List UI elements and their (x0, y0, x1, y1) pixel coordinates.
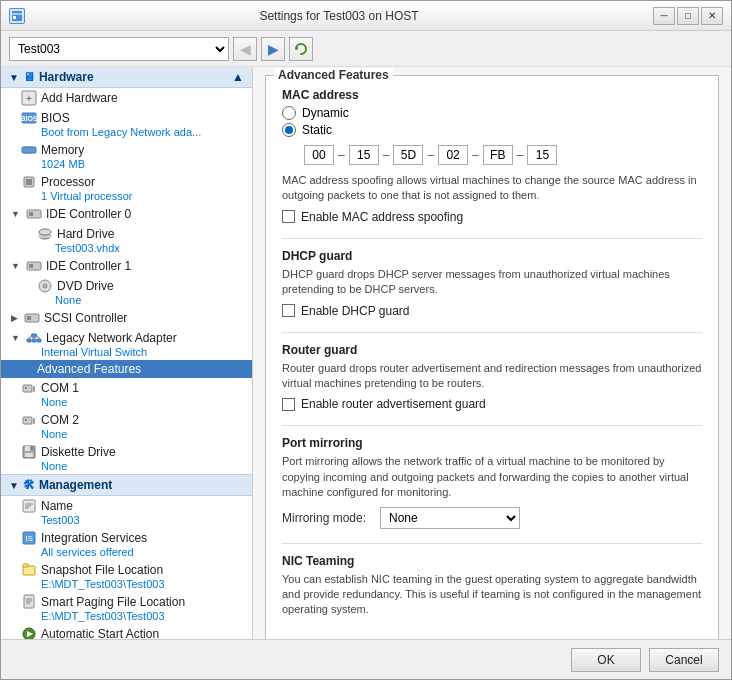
bottom-bar: OK Cancel (1, 639, 731, 679)
add-hardware-label: Add Hardware (41, 91, 118, 105)
sidebar-item-auto-start[interactable]: Automatic Start Action (1, 624, 252, 639)
svg-rect-28 (27, 339, 31, 342)
dhcp-guard-subsection: DHCP guard DHCP guard drops DHCP server … (282, 249, 702, 318)
hard-drive-label: Hard Drive (57, 227, 114, 241)
sidebar-item-com2[interactable]: COM 2 None (1, 410, 252, 442)
mac-octet-3[interactable] (393, 145, 423, 165)
snapshot-icon (21, 562, 37, 578)
sidebar-item-ide0[interactable]: ▼ IDE Controller 0 (1, 204, 252, 224)
mac-octet-4[interactable] (438, 145, 468, 165)
mac-octet-1[interactable] (304, 145, 334, 165)
svg-text:BIOS: BIOS (21, 115, 37, 122)
scsi-expand: ▶ (11, 313, 18, 323)
mac-octet-5[interactable] (483, 145, 513, 165)
expand-management-icon: ▼ (9, 480, 19, 491)
window-icon (9, 8, 25, 24)
sidebar-item-hard-drive[interactable]: Hard Drive Test003.vhdx (1, 224, 252, 256)
management-section-header[interactable]: ▼ 🛠 Management (1, 474, 252, 496)
ok-button[interactable]: OK (571, 648, 641, 672)
diskette-label: Diskette Drive (41, 445, 116, 459)
cancel-button[interactable]: Cancel (649, 648, 719, 672)
hard-drive-icon (37, 226, 53, 242)
sidebar-item-com1[interactable]: COM 1 None (1, 378, 252, 410)
svg-rect-8 (22, 147, 36, 153)
toolbar: Test003 ◀ ▶ (1, 31, 731, 67)
nav-back-button[interactable]: ◀ (233, 37, 257, 61)
nav-refresh-button[interactable] (289, 37, 313, 61)
legacy-network-sub: Internal Virtual Switch (21, 346, 244, 358)
hardware-icon: 🖥 (23, 70, 35, 84)
sidebar-item-memory[interactable]: Memory 1024 MB (1, 140, 252, 172)
sidebar-item-ide1[interactable]: ▼ IDE Controller 1 (1, 256, 252, 276)
dhcp-guard-checkbox[interactable] (282, 304, 295, 317)
svg-rect-30 (37, 339, 41, 342)
mac-octet-2[interactable] (349, 145, 379, 165)
bios-icon: BIOS (21, 110, 37, 126)
dynamic-radio[interactable] (282, 106, 296, 120)
scsi-label: SCSI Controller (44, 311, 127, 325)
auto-start-label: Automatic Start Action (41, 627, 159, 639)
router-guard-subsection: Router guard Router guard drops router a… (282, 343, 702, 412)
router-guard-row: Enable router advertisement guard (282, 397, 702, 411)
svg-rect-2 (13, 16, 16, 19)
svg-point-21 (39, 229, 51, 235)
sidebar-item-bios[interactable]: BIOS BIOS Boot from Legacy Network ada..… (1, 108, 252, 140)
router-guard-title: Router guard (282, 343, 702, 357)
dvd-sub: None (37, 294, 244, 306)
title-bar: Settings for Test003 on HOST ─ □ ✕ (1, 1, 731, 31)
main-window: Settings for Test003 on HOST ─ □ ✕ Test0… (0, 0, 732, 680)
management-icon: 🛠 (23, 478, 35, 492)
maximize-button[interactable]: □ (677, 7, 699, 25)
router-guard-checkbox[interactable] (282, 398, 295, 411)
svg-rect-58 (23, 564, 28, 567)
mac-spoofing-label: Enable MAC address spoofing (301, 210, 463, 224)
sidebar-item-diskette[interactable]: Diskette Drive None (1, 442, 252, 474)
sidebar-item-smart-paging[interactable]: Smart Paging File Location E:\MDT_Test00… (1, 592, 252, 624)
mac-sep-1: – (338, 148, 345, 162)
sidebar-item-snapshot[interactable]: Snapshot File Location E:\MDT_Test003\Te… (1, 560, 252, 592)
mac-sep-5: – (517, 148, 524, 162)
window-title: Settings for Test003 on HOST (25, 9, 653, 23)
dynamic-radio-row: Dynamic (282, 106, 702, 120)
minimize-button[interactable]: ─ (653, 7, 675, 25)
hardware-section-header[interactable]: ▼ 🖥 Hardware ▲ (1, 67, 252, 88)
sidebar-item-legacy-network[interactable]: ▼ Legac (1, 328, 252, 360)
smart-paging-label: Smart Paging File Location (41, 595, 185, 609)
sidebar-item-name[interactable]: Name Test003 (1, 496, 252, 528)
svg-rect-48 (25, 446, 30, 451)
static-radio-row: Static (282, 123, 702, 137)
sidebar-item-add-hardware[interactable]: + Add Hardware (1, 88, 252, 108)
svg-rect-37 (23, 385, 32, 392)
svg-rect-23 (29, 264, 33, 268)
ide0-icon (26, 206, 42, 222)
advanced-features-label: Advanced Features (37, 362, 141, 376)
mac-octet-6[interactable] (527, 145, 557, 165)
mirroring-mode-select[interactable]: None Source Destination (380, 507, 520, 529)
right-panel: Advanced Features MAC address Dynamic St… (253, 67, 731, 639)
sidebar-item-scsi[interactable]: ▶ SCSI Controller (1, 308, 252, 328)
mac-address-title: MAC address (282, 88, 702, 102)
ide1-icon (26, 258, 42, 274)
static-radio[interactable] (282, 123, 296, 137)
mac-spoofing-row: Enable MAC address spoofing (282, 210, 702, 224)
nic-teaming-title: NIC Teaming (282, 554, 702, 568)
close-button[interactable]: ✕ (701, 7, 723, 25)
name-icon (21, 498, 37, 514)
mirroring-mode-label: Mirroring mode: (282, 511, 372, 525)
sidebar: ▼ 🖥 Hardware ▲ + Add Hardware BIOS (1, 67, 253, 639)
sidebar-item-dvd[interactable]: DVD Drive None (1, 276, 252, 308)
static-label: Static (302, 123, 332, 137)
mac-fields: – – – – – (304, 145, 702, 165)
vm-select[interactable]: Test003 (9, 37, 229, 61)
add-hardware-icon: + (21, 90, 37, 106)
diskette-sub: None (21, 460, 244, 472)
memory-sub: 1024 MB (21, 158, 244, 170)
sidebar-item-integration-services[interactable]: IS Integration Services All services off… (1, 528, 252, 560)
sidebar-item-advanced-features[interactable]: Advanced Features (1, 360, 252, 378)
memory-label: Memory (41, 143, 84, 157)
mac-spoofing-checkbox[interactable] (282, 210, 295, 223)
nav-forward-button[interactable]: ▶ (261, 37, 285, 61)
sidebar-item-processor[interactable]: Processor 1 Virtual processor (1, 172, 252, 204)
advanced-features-section: Advanced Features MAC address Dynamic St… (265, 75, 719, 639)
mac-address-desc: MAC address spoofing allows virtual mach… (282, 173, 702, 204)
